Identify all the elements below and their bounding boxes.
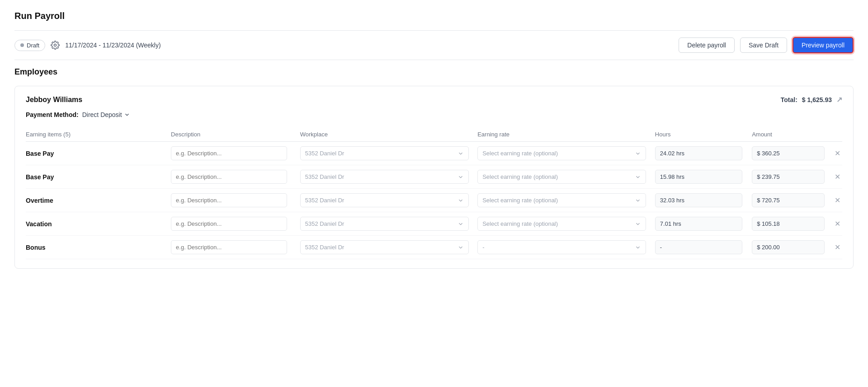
expand-icon[interactable]: ↗ (836, 95, 842, 104)
remove-row-button[interactable]: ✕ (833, 194, 842, 206)
payment-method-select[interactable]: Direct Deposit (82, 111, 130, 118)
earning-rate-value: Select earning rate (optional) (482, 173, 558, 180)
earning-item-name: Bonus (26, 244, 46, 251)
earning-rate-value: Select earning rate (optional) (482, 197, 558, 204)
workplace-value: 5352 Daniel Dr (305, 220, 344, 227)
remove-row-button[interactable]: ✕ (833, 241, 842, 253)
workplace-value: 5352 Daniel Dr (305, 244, 344, 251)
chevron-down-icon (458, 150, 464, 157)
chevron-down-icon (635, 244, 641, 251)
payment-method-value: Direct Deposit (82, 111, 122, 118)
hours-value: 24.02 hrs (655, 146, 742, 160)
amount-value: $ 200.00 (752, 240, 825, 254)
description-input[interactable] (171, 170, 287, 184)
total-label: Total: (781, 96, 797, 103)
description-input[interactable] (171, 193, 287, 207)
payment-method-label: Payment Method: (26, 111, 79, 118)
earning-item-name: Overtime (26, 197, 53, 204)
top-bar-left: Draft 11/17/2024 - 11/23/2024 (Weekly) (14, 40, 161, 51)
table-row: Vacation 5352 Daniel Dr Select earning r… (26, 212, 842, 236)
chevron-down-icon (458, 244, 464, 251)
col-header-item: Earning items (5) (26, 127, 171, 142)
earning-rate-value: Select earning rate (optional) (482, 150, 558, 157)
earning-rate-value: Select earning rate (optional) (482, 220, 558, 227)
employee-total: Total: $ 1,625.93 ↗ (781, 95, 842, 104)
employee-name: Jebboy Williams (26, 96, 82, 104)
amount-value: $ 720.75 (752, 193, 825, 207)
top-bar-right: Delete payroll Save Draft Preview payrol… (679, 37, 854, 53)
description-input[interactable] (171, 146, 287, 160)
hours-value: - (655, 240, 742, 254)
table-header-row: Earning items (5) Description Workplace … (26, 127, 842, 142)
table-row: Bonus 5352 Daniel Dr - - $ 200.00 ✕ (26, 236, 842, 259)
hours-value: 15.98 hrs (655, 170, 742, 184)
draft-dot-icon (20, 43, 24, 47)
earning-rate-select[interactable]: Select earning rate (optional) (477, 193, 646, 207)
payment-method-row: Payment Method: Direct Deposit (26, 111, 842, 118)
earning-item-name: Base Pay (26, 173, 54, 181)
workplace-select[interactable]: 5352 Daniel Dr (300, 170, 469, 184)
earning-item-name: Base Pay (26, 150, 54, 157)
employee-header: Jebboy Williams Total: $ 1,625.93 ↗ (26, 95, 842, 104)
delete-payroll-button[interactable]: Delete payroll (679, 37, 735, 53)
workplace-value: 5352 Daniel Dr (305, 197, 344, 204)
earning-rate-select[interactable]: Select earning rate (optional) (477, 170, 646, 184)
svg-point-0 (54, 44, 57, 47)
hours-value: 7.01 hrs (655, 217, 742, 231)
workplace-value: 5352 Daniel Dr (305, 173, 344, 180)
earning-rate-select[interactable]: Select earning rate (optional) (477, 217, 646, 231)
gear-icon[interactable] (51, 41, 60, 50)
description-input[interactable] (171, 240, 287, 254)
table-row: Base Pay 5352 Daniel Dr Select earning r… (26, 142, 842, 165)
amount-value: $ 105.18 (752, 217, 825, 231)
col-header-hours: Hours (655, 127, 752, 142)
remove-row-button[interactable]: ✕ (833, 171, 842, 183)
chevron-down-icon (458, 197, 464, 204)
workplace-select[interactable]: 5352 Daniel Dr (300, 146, 469, 160)
top-bar: Draft 11/17/2024 - 11/23/2024 (Weekly) D… (14, 30, 854, 60)
chevron-down-icon (635, 221, 641, 227)
employee-card: Jebboy Williams Total: $ 1,625.93 ↗ Paym… (14, 86, 854, 269)
amount-value: $ 360.25 (752, 146, 825, 160)
workplace-select[interactable]: 5352 Daniel Dr (300, 240, 469, 254)
workplace-value: 5352 Daniel Dr (305, 150, 344, 157)
chevron-down-icon (635, 174, 641, 180)
chevron-down-icon (458, 221, 464, 227)
col-header-description: Description (171, 127, 300, 142)
date-range: 11/17/2024 - 11/23/2024 (Weekly) (65, 42, 160, 49)
col-header-remove (833, 127, 842, 142)
hours-value: 32.03 hrs (655, 193, 742, 207)
save-draft-button[interactable]: Save Draft (740, 37, 787, 53)
chevron-down-icon (458, 174, 464, 180)
amount-value: $ 239.75 (752, 170, 825, 184)
col-header-rate: Earning rate (477, 127, 655, 142)
employees-section-title: Employees (14, 67, 854, 77)
earning-rate-select[interactable]: Select earning rate (optional) (477, 146, 646, 160)
description-input[interactable] (171, 217, 287, 231)
workplace-select[interactable]: 5352 Daniel Dr (300, 193, 469, 207)
workplace-select[interactable]: 5352 Daniel Dr (300, 217, 469, 231)
draft-label: Draft (27, 42, 39, 49)
chevron-down-icon (635, 197, 641, 204)
earning-table: Earning items (5) Description Workplace … (26, 127, 842, 259)
col-header-workplace: Workplace (300, 127, 477, 142)
draft-badge[interactable]: Draft (14, 40, 45, 51)
earning-rate-select[interactable]: - (477, 240, 646, 254)
remove-row-button[interactable]: ✕ (833, 147, 842, 159)
chevron-down-icon (124, 112, 130, 118)
page-title: Run Payroll (14, 11, 854, 21)
table-row: Overtime 5352 Daniel Dr Select earning r… (26, 189, 842, 212)
remove-row-button[interactable]: ✕ (833, 218, 842, 230)
earning-item-name: Vacation (26, 220, 52, 228)
table-row: Base Pay 5352 Daniel Dr Select earning r… (26, 165, 842, 189)
chevron-down-icon (635, 150, 641, 157)
earning-rate-value: - (482, 244, 484, 251)
preview-payroll-button[interactable]: Preview payroll (793, 37, 854, 53)
col-header-amount: Amount (752, 127, 833, 142)
total-amount: $ 1,625.93 (802, 96, 832, 103)
